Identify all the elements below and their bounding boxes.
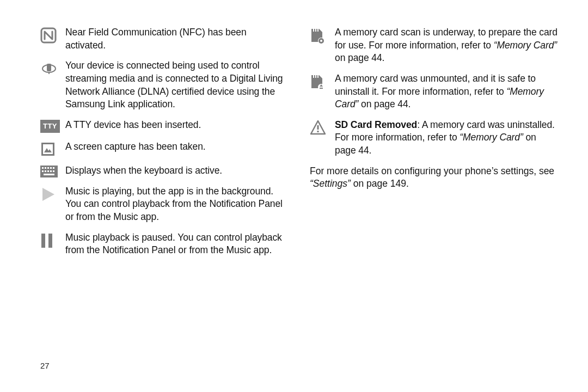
svg-rect-12 (42, 170, 44, 172)
desc-sd-scan-tail: on page 44. (335, 52, 384, 63)
row-keyboard: Displays when the keyboard is active. (40, 164, 288, 177)
svg-rect-28 (315, 75, 316, 78)
pause-icon (40, 231, 65, 249)
dlna-icon (40, 59, 65, 77)
desc-sd-scan: A memory card scan is underway, to prepa… (335, 26, 558, 65)
nfc-icon (40, 26, 65, 44)
desc-pause: Music playback is paused. You can contro… (65, 231, 288, 257)
right-column: A memory card scan is underway, to prepa… (310, 26, 558, 265)
svg-rect-2 (48, 72, 50, 74)
svg-rect-32 (317, 125, 319, 130)
svg-rect-19 (41, 234, 45, 248)
row-pause: Music playback is paused. You can contro… (40, 231, 288, 257)
desc-tty: A TTY device has been inserted. (65, 119, 201, 132)
desc-nfc: Near Field Communication (NFC) has been … (65, 26, 288, 52)
row-sd-scan: A memory card scan is underway, to prepa… (310, 26, 558, 65)
manual-page: Near Field Communication (NFC) has been … (0, 0, 588, 392)
play-icon (40, 185, 65, 203)
row-screenshot: A screen capture has been taken. (40, 140, 288, 157)
desc-keyboard: Displays when the keyboard is active. (65, 164, 222, 177)
page-number: 27 (40, 361, 50, 370)
screenshot-icon (40, 140, 65, 157)
desc-sd-unmount-tail: on page 44. (358, 99, 411, 109)
svg-rect-29 (317, 75, 318, 78)
svg-rect-11 (53, 167, 54, 169)
svg-rect-9 (47, 167, 49, 169)
row-play: Music is playing, but the app is in the … (40, 185, 288, 224)
warning-icon (310, 119, 335, 135)
desc-sd-unmount-text: A memory card was unmounted, and it is s… (335, 73, 536, 97)
desc-dlna: Your device is connected being used to c… (65, 59, 288, 111)
svg-rect-10 (50, 167, 52, 169)
left-column: Near Field Communication (NFC) has been … (40, 26, 288, 265)
svg-marker-18 (42, 188, 54, 201)
footnote-tail: on page 149. (351, 178, 409, 189)
svg-rect-22 (315, 29, 316, 32)
sd-scan-icon (310, 26, 335, 45)
desc-sd-removed-ref: “Memory Card” (460, 132, 523, 143)
desc-screenshot: A screen capture has been taken. (65, 140, 206, 154)
svg-rect-7 (42, 167, 44, 169)
tty-icon: TTY (40, 119, 65, 133)
svg-rect-13 (45, 170, 46, 172)
row-sd-unmount: A memory card was unmounted, and it is s… (310, 72, 558, 111)
svg-rect-17 (44, 174, 54, 175)
svg-rect-21 (313, 29, 314, 32)
desc-sd-unmount: A memory card was unmounted, and it is s… (335, 72, 558, 111)
desc-sd-scan-ref: “Memory Card” (494, 40, 557, 51)
svg-rect-27 (313, 75, 314, 78)
sd-unmount-icon (310, 72, 335, 91)
svg-rect-20 (48, 234, 52, 248)
svg-rect-8 (45, 167, 46, 169)
footnote-ref: “Settings” (310, 178, 351, 189)
row-dlna: Your device is connected being used to c… (40, 59, 288, 111)
svg-rect-4 (43, 144, 53, 154)
desc-play: Music is playing, but the app is in the … (65, 185, 288, 224)
desc-sd-removed-bold: SD Card Removed (335, 119, 417, 130)
svg-rect-23 (317, 29, 318, 32)
svg-rect-14 (47, 170, 49, 172)
footnote-text: For more details on configuring your pho… (310, 166, 554, 176)
svg-point-26 (320, 40, 322, 42)
desc-sd-removed: SD Card Removed: A memory card was unins… (335, 119, 558, 157)
row-tty: TTY A TTY device has been inserted. (40, 119, 288, 133)
row-nfc: Near Field Communication (NFC) has been … (40, 26, 288, 52)
svg-rect-33 (317, 131, 319, 132)
svg-rect-16 (53, 170, 54, 172)
row-sd-removed: SD Card Removed: A memory card was unins… (310, 119, 558, 157)
svg-rect-1 (47, 64, 51, 71)
svg-rect-15 (50, 170, 52, 172)
keyboard-icon (40, 164, 65, 177)
settings-footnote: For more details on configuring your pho… (310, 165, 558, 191)
